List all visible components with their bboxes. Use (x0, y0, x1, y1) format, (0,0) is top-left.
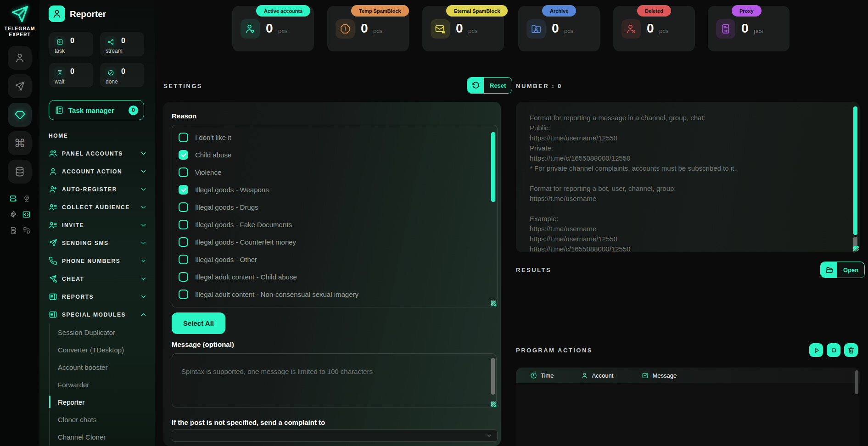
reason-option[interactable]: Illegal adult content - Child abuse (172, 268, 497, 285)
reason-option[interactable]: Violence (172, 163, 497, 181)
checkbox[interactable] (179, 202, 188, 212)
rail-command-button[interactable]: ⌘ (8, 131, 32, 155)
column-message[interactable]: Message (642, 372, 677, 379)
stat-done: 0 done (100, 63, 144, 87)
submenu-reporter[interactable]: Reporter (50, 393, 155, 411)
message-input[interactable] (172, 353, 497, 407)
checkbox[interactable] (179, 167, 188, 177)
number-title: NUMBER : 0 (516, 83, 562, 89)
message-resize-grip[interactable] (491, 401, 496, 407)
number-resize-grip[interactable] (853, 246, 859, 251)
reason-option[interactable]: I don't like it (172, 128, 497, 146)
database-icon (14, 166, 25, 177)
checkbox[interactable] (179, 307, 188, 308)
sidebar-item-reports[interactable]: REPORTS (39, 288, 155, 306)
submenu-cloner-chats[interactable]: Cloner chats (50, 411, 155, 428)
clock-icon (530, 372, 537, 379)
rail-mini-icons (6, 195, 33, 234)
rail-accounts-button[interactable] (8, 46, 32, 70)
checkbox[interactable] (179, 272, 188, 282)
card-value: 0 (552, 21, 559, 36)
stat-task: 0 task (49, 32, 93, 56)
mail-check-icon (642, 372, 649, 379)
checkbox[interactable] (179, 133, 188, 142)
reason-option[interactable]: Illegal goods - Counterfeit money (172, 233, 497, 251)
checkbox[interactable] (179, 185, 188, 195)
checkbox[interactable] (179, 220, 188, 229)
checkbox[interactable] (179, 237, 188, 247)
play-icon (812, 346, 820, 354)
chevron-down-icon (140, 185, 147, 193)
column-time[interactable]: Time (530, 372, 554, 379)
submenu-account-booster[interactable]: Account booster (50, 358, 155, 376)
gear-icon[interactable] (9, 210, 17, 218)
command-icon: ⌘ (14, 138, 26, 149)
checkbox[interactable] (179, 255, 188, 264)
card-eternal-spamblock: Eternal SpamBlock 0 pcs (422, 6, 504, 51)
brand-line1: TELEGRAM (5, 26, 35, 31)
stat-wait-value: 0 (70, 67, 74, 76)
rail-premium-button[interactable] (8, 103, 32, 127)
nav-label: CHEAT (62, 276, 140, 282)
sidebar-item-invite[interactable]: INVITE (39, 216, 155, 234)
swap-icon[interactable] (22, 226, 31, 234)
reason-option[interactable]: Illegal goods - Drugs (172, 198, 497, 216)
sidebar-item-auto-register[interactable]: AUTO-REGISTER (39, 180, 155, 198)
reason-option[interactable]: Illegal adult content - Non-consensual s… (172, 285, 497, 303)
alert-octagon-icon (340, 23, 351, 34)
select-all-button[interactable]: Select All (172, 312, 225, 334)
reason-list-resize-grip[interactable] (491, 301, 496, 306)
nav-label: PHONE NUMBERS (62, 258, 140, 264)
note-check-icon[interactable] (9, 226, 17, 234)
open-results-button[interactable]: Open (820, 262, 865, 278)
server-check-icon[interactable] (9, 195, 17, 203)
submenu-channel-cloner[interactable]: Channel Cloner (50, 428, 155, 446)
nav-label: AUTO-REGISTER (62, 186, 140, 193)
card-unit: pcs (754, 28, 763, 34)
checkbox[interactable] (179, 150, 188, 160)
submenu-session-duplicator[interactable]: Session Duplicator (50, 323, 155, 341)
reset-button[interactable]: Reset (467, 77, 512, 94)
settings-title: SETTINGS (163, 83, 202, 89)
task-manager-button[interactable]: Task manager 0 (49, 100, 144, 120)
send-dot-icon (49, 274, 57, 283)
reason-option[interactable]: Illegal goods - Fake Documents (172, 216, 497, 233)
table-scrollbar[interactable] (855, 370, 858, 394)
special-modules-submenu: Session Duplicator Converter (TDesktop) … (49, 323, 155, 446)
sidebar-item-panel-accounts[interactable]: PANEL ACCOUNTS (39, 145, 155, 162)
reason-label: Reason (172, 112, 196, 120)
stop-button[interactable] (827, 343, 840, 357)
reason-option[interactable]: Illegal goods - Weapons (172, 181, 497, 198)
sidebar-item-collect-audience[interactable]: COLLECT AUDIENCE (39, 198, 155, 216)
program-actions-table: Time Account Message (516, 368, 860, 446)
delete-button[interactable] (844, 343, 858, 357)
reason-option[interactable]: Child abuse (172, 146, 497, 163)
webcam-icon[interactable] (22, 195, 31, 203)
sidebar-item-home[interactable]: HOME (39, 127, 155, 145)
sidebar-item-cheat[interactable]: CHEAT (39, 270, 155, 288)
message-scrollbar[interactable] (491, 358, 495, 395)
sidebar-item-sending-sms[interactable]: SENDING SMS (39, 234, 155, 252)
play-button[interactable] (809, 343, 823, 357)
complaint-target-select[interactable] (172, 429, 498, 442)
reason-option[interactable]: Illegal adult content - Other illegal se… (172, 303, 497, 307)
checkbox[interactable] (179, 290, 188, 299)
sidebar-item-phone-numbers[interactable]: PHONE NUMBERS (39, 252, 155, 270)
nav-label: SPECIAL MODULES (62, 312, 140, 318)
rail-sender-button[interactable] (8, 74, 32, 98)
sidebar-item-special-modules[interactable]: SPECIAL MODULES (39, 306, 155, 323)
submenu-converter-tdesktop[interactable]: Converter (TDesktop) (50, 341, 155, 358)
sidebar-item-account-action[interactable]: ACCOUNT ACTION (39, 162, 155, 180)
number-input[interactable] (516, 102, 860, 252)
reason-option[interactable]: Illegal goods - Other (172, 251, 497, 268)
number-scrollbar[interactable] (853, 106, 857, 235)
user-icon (581, 372, 588, 379)
column-account[interactable]: Account (581, 372, 613, 379)
sidebar-nav: HOME PANEL ACCOUNTS ACCOUNT ACTION AUTO-… (39, 127, 155, 446)
status-badge: Eternal SpamBlock (446, 5, 508, 17)
rail-database-button[interactable] (8, 160, 32, 184)
submenu-forwarder[interactable]: Forwarder (50, 376, 155, 393)
reason-list-scrollbar[interactable] (491, 132, 495, 202)
reason-list: I don't like it Child abuse Violence Ill… (172, 125, 498, 307)
code-window-icon[interactable] (22, 210, 31, 219)
